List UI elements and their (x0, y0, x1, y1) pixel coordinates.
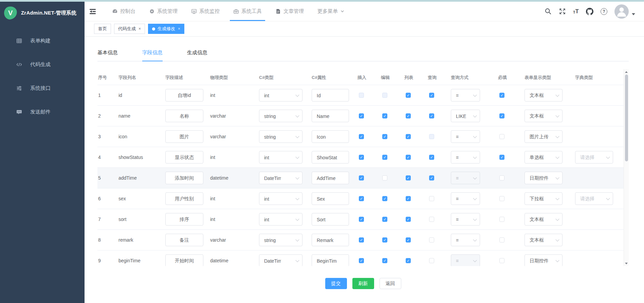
field-desc-input[interactable] (165, 151, 203, 164)
display-type-select[interactable]: 下拉框 (525, 193, 563, 205)
nav-menu-document[interactable]: 文章管理 (275, 2, 305, 21)
insert-checkbox[interactable]: ✓ (359, 114, 364, 119)
cs-type-select[interactable]: string (259, 110, 302, 122)
field-desc-input[interactable] (165, 193, 203, 205)
cs-type-select[interactable]: int (259, 89, 302, 102)
scroll-up-arrow-icon[interactable] (624, 69, 629, 74)
field-desc-input[interactable] (165, 234, 203, 246)
sidebar-item-message[interactable]: 发送邮件 (0, 100, 85, 124)
required-checkbox[interactable]: ✓ (499, 93, 504, 98)
query-type-select[interactable]: = (451, 234, 480, 246)
scroll-down-arrow-icon[interactable] (624, 261, 629, 266)
query-checkbox[interactable]: ✓ (429, 114, 434, 119)
list-checkbox[interactable]: ✓ (406, 114, 411, 119)
query-type-select[interactable]: LIKE (451, 110, 480, 122)
required-checkbox[interactable] (499, 176, 504, 181)
insert-checkbox[interactable]: ✓ (359, 155, 364, 160)
close-icon[interactable]: × (178, 26, 180, 31)
display-type-select[interactable]: 图片上传 (525, 130, 563, 143)
nav-menu-monitor[interactable]: 系统监控 (190, 2, 220, 21)
cs-type-select[interactable]: int (259, 193, 302, 205)
edit-checkbox[interactable]: ✓ (382, 196, 387, 201)
sidebar-item-code[interactable]: 代码生成 (0, 53, 85, 76)
edit-checkbox[interactable]: ✓ (382, 238, 387, 243)
help-icon[interactable]: ? (601, 8, 607, 15)
nav-menu-more[interactable]: 更多菜单 (317, 2, 345, 21)
user-avatar[interactable] (614, 4, 635, 19)
list-checkbox[interactable]: ✓ (406, 155, 411, 160)
display-type-select[interactable]: 日期控件 (525, 172, 563, 184)
cs-prop-input[interactable] (312, 255, 349, 266)
cs-prop-input[interactable] (312, 89, 349, 102)
font-size-icon[interactable]: TT (573, 8, 579, 14)
query-checkbox[interactable] (429, 258, 434, 263)
edit-checkbox[interactable]: ✓ (382, 217, 387, 222)
cs-type-select[interactable]: DateTime (259, 255, 302, 266)
query-checkbox[interactable] (429, 238, 434, 243)
sidebar-collapse-button[interactable] (89, 8, 96, 15)
cs-prop-input[interactable] (312, 213, 349, 226)
query-checkbox[interactable]: ✓ (429, 176, 434, 181)
required-checkbox[interactable] (499, 238, 504, 243)
query-type-select[interactable]: = (451, 151, 480, 164)
list-checkbox[interactable]: ✓ (406, 93, 411, 98)
display-type-select[interactable]: 文本框 (525, 213, 563, 226)
cs-type-select[interactable]: DateTime (259, 172, 302, 184)
cs-prop-input[interactable] (312, 234, 349, 246)
tab-生成信息[interactable]: 生成信息 (187, 49, 207, 61)
required-checkbox[interactable]: ✓ (499, 114, 504, 119)
field-desc-input[interactable] (165, 110, 203, 122)
refresh-button[interactable]: 刷新 (352, 278, 374, 289)
field-desc-input[interactable] (165, 255, 203, 266)
list-checkbox[interactable]: ✓ (406, 176, 411, 181)
tag-active[interactable]: 生成修改× (148, 24, 184, 34)
cs-type-select[interactable]: string (259, 130, 302, 143)
app-logo[interactable]: V ZrAdmin.NET-管理系统 (0, 2, 85, 23)
insert-checkbox[interactable]: ✓ (359, 196, 364, 201)
edit-checkbox[interactable]: ✓ (382, 114, 387, 119)
table-scrollbar[interactable] (624, 69, 629, 266)
query-checkbox[interactable]: ✓ (429, 155, 434, 160)
cs-prop-input[interactable] (312, 130, 349, 143)
nav-menu-gear[interactable]: 系统管理 (148, 2, 178, 21)
nav-menu-dashboard[interactable]: 控制台 (111, 2, 136, 21)
display-type-select[interactable]: 单选框 (525, 151, 563, 164)
dict-type-select[interactable]: 请选择 (575, 151, 613, 164)
query-checkbox[interactable] (429, 217, 434, 222)
dict-type-select[interactable]: 请选择 (575, 193, 613, 205)
github-icon[interactable] (586, 8, 593, 15)
query-type-select[interactable]: = (451, 213, 480, 226)
edit-checkbox[interactable]: ✓ (382, 155, 387, 160)
search-icon[interactable] (545, 8, 552, 15)
tab-基本信息[interactable]: 基本信息 (97, 49, 118, 61)
cs-prop-input[interactable] (312, 110, 349, 122)
tag-item[interactable]: 代码生成× (114, 24, 145, 34)
insert-checkbox[interactable]: ✓ (359, 217, 364, 222)
field-desc-input[interactable] (165, 213, 203, 226)
edit-checkbox[interactable]: ✓ (382, 134, 387, 139)
edit-checkbox[interactable] (382, 176, 387, 181)
list-checkbox[interactable]: ✓ (406, 238, 411, 243)
insert-checkbox[interactable]: ✓ (359, 238, 364, 243)
cs-prop-input[interactable] (312, 193, 349, 205)
insert-checkbox[interactable]: ✓ (359, 258, 364, 263)
display-type-select[interactable]: 文本框 (525, 234, 563, 246)
cs-prop-input[interactable] (312, 172, 349, 184)
list-checkbox[interactable]: ✓ (406, 134, 411, 139)
field-desc-input[interactable] (165, 172, 203, 184)
query-type-select[interactable]: = (451, 130, 480, 143)
scrollbar-thumb[interactable] (625, 75, 628, 161)
back-button[interactable]: 返回 (380, 278, 401, 289)
required-checkbox[interactable] (499, 196, 504, 201)
insert-checkbox[interactable]: ✓ (359, 176, 364, 181)
list-checkbox[interactable]: ✓ (406, 258, 411, 263)
display-type-select[interactable]: 文本框 (525, 110, 563, 122)
query-checkbox[interactable] (429, 196, 434, 201)
insert-checkbox[interactable]: ✓ (359, 134, 364, 139)
required-checkbox[interactable] (499, 258, 504, 263)
cs-type-select[interactable]: string (259, 234, 302, 246)
required-checkbox[interactable] (499, 134, 504, 139)
query-type-select[interactable]: = (451, 193, 480, 205)
edit-checkbox[interactable]: ✓ (382, 258, 387, 263)
sidebar-item-api-sliders[interactable]: 系统接口 (0, 76, 85, 100)
